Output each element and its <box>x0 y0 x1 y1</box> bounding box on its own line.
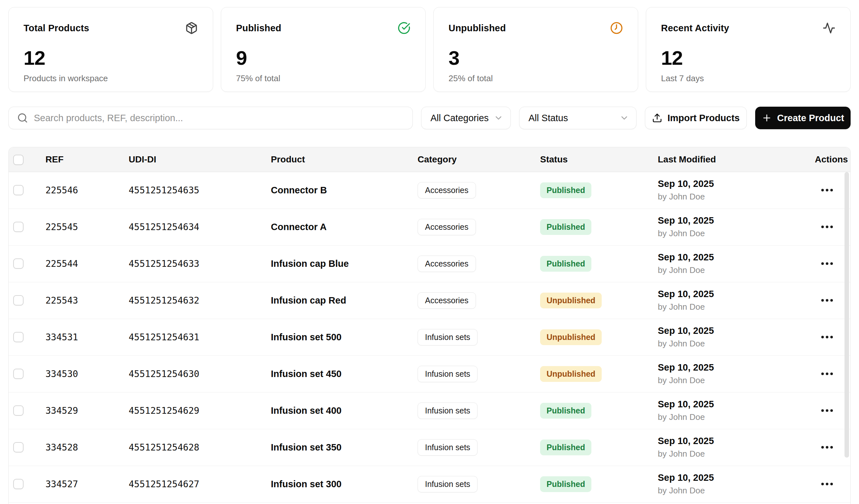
stat-card-recent-activity: Recent Activity 12 Last 7 days <box>646 7 850 92</box>
select-all-checkbox[interactable] <box>13 155 24 165</box>
row-checkbox[interactable] <box>13 442 24 453</box>
row-checkbox[interactable] <box>13 258 24 269</box>
stat-card-published: Published 9 75% of total <box>221 7 426 92</box>
category-filter-dropdown[interactable]: All Categories <box>421 107 511 129</box>
status-badge: Published <box>540 182 591 198</box>
table-row: 334527 4551251254627 Infusion set 300 In… <box>9 465 850 502</box>
category-chip: Infusion sets <box>418 476 478 492</box>
last-modified-date: Sep 10, 2025 <box>658 436 815 446</box>
ref-value: 225546 <box>45 185 78 196</box>
last-modified-date: Sep 10, 2025 <box>658 472 815 483</box>
column-header-udi-di: UDI-DI <box>129 147 271 172</box>
last-modified-by: by John Doe <box>658 192 815 202</box>
category-chip: Infusion sets <box>418 439 478 456</box>
ref-value: 334531 <box>45 332 78 342</box>
more-horizontal-icon[interactable] <box>820 333 834 341</box>
more-horizontal-icon[interactable] <box>820 296 834 305</box>
last-modified-date: Sep 10, 2025 <box>658 362 815 373</box>
product-name: Infusion cap Red <box>271 295 346 305</box>
udi-di-value: 4551251254634 <box>129 222 199 232</box>
check-circle-icon <box>397 21 410 34</box>
column-header-status: Status <box>540 147 658 172</box>
status-badge: Unpublished <box>540 329 602 345</box>
last-modified-by: by John Doe <box>658 228 815 239</box>
more-horizontal-icon[interactable] <box>820 259 834 268</box>
row-checkbox[interactable] <box>13 369 24 379</box>
status-badge: Published <box>540 440 591 455</box>
activity-icon <box>823 21 835 34</box>
row-checkbox[interactable] <box>13 295 24 305</box>
dashboard-page: Total Products 12 Products in workspace … <box>0 0 859 504</box>
table-row: 334528 4551251254628 Infusion set 350 In… <box>9 429 850 465</box>
product-name: Connector B <box>271 185 327 195</box>
last-modified-date: Sep 10, 2025 <box>658 399 815 410</box>
row-checkbox[interactable] <box>13 406 24 416</box>
udi-di-value: 4551251254631 <box>129 332 199 342</box>
search-icon <box>17 112 28 123</box>
status-badge: Unpublished <box>540 366 602 382</box>
ref-value: 225545 <box>45 222 78 232</box>
more-horizontal-icon[interactable] <box>820 479 834 489</box>
table-row: 225544 4551251254633 Infusion cap Blue A… <box>9 245 850 282</box>
plus-icon <box>762 113 772 123</box>
udi-di-value: 4551251254630 <box>129 369 199 379</box>
last-modified-by: by John Doe <box>658 339 815 349</box>
last-modified-date: Sep 10, 2025 <box>658 215 815 226</box>
ref-value: 225543 <box>45 295 78 306</box>
chevron-down-icon <box>494 113 503 123</box>
create-product-button[interactable]: Create Product <box>755 107 850 129</box>
table-row: 334529 4551251254629 Infusion set 400 In… <box>9 392 850 429</box>
card-value: 3 <box>449 48 623 68</box>
column-header-ref: REF <box>45 147 129 172</box>
last-modified-by: by John Doe <box>658 302 815 312</box>
table-header: REF UDI-DI Product Category Status Last … <box>9 147 850 172</box>
card-subtitle: Last 7 days <box>661 74 835 83</box>
last-modified-date: Sep 10, 2025 <box>658 252 815 263</box>
ref-value: 225544 <box>45 258 78 269</box>
status-badge: Published <box>540 219 591 235</box>
column-header-actions: Actions <box>815 147 850 172</box>
search-input[interactable] <box>34 113 404 123</box>
more-horizontal-icon[interactable] <box>820 222 834 231</box>
package-icon <box>185 21 198 34</box>
more-horizontal-icon[interactable] <box>820 186 834 195</box>
last-modified-by: by John Doe <box>658 449 815 459</box>
card-subtitle: 25% of total <box>449 74 623 83</box>
products-table: REF UDI-DI Product Category Status Last … <box>9 147 850 504</box>
udi-di-value: 4551251254628 <box>129 442 199 453</box>
category-chip: Accessories <box>418 182 476 199</box>
table-row: 334531 4551251254631 Infusion set 500 In… <box>9 319 850 355</box>
category-chip: Accessories <box>418 219 476 235</box>
status-badge: Published <box>540 256 591 272</box>
more-horizontal-icon[interactable] <box>820 369 834 378</box>
card-value: 12 <box>661 48 835 68</box>
ref-value: 334528 <box>45 442 78 453</box>
row-checkbox[interactable] <box>13 332 24 342</box>
column-header-category: Category <box>418 147 540 172</box>
product-name: Infusion cap Blue <box>271 258 349 269</box>
import-products-button[interactable]: Import Products <box>645 107 747 129</box>
udi-di-value: 4551251254635 <box>129 185 199 196</box>
last-modified-by: by John Doe <box>658 486 815 495</box>
more-horizontal-icon[interactable] <box>820 443 834 452</box>
card-title: Unpublished <box>449 23 506 33</box>
more-horizontal-icon[interactable] <box>820 406 834 415</box>
search-box <box>9 107 413 129</box>
row-checkbox[interactable] <box>13 479 24 489</box>
status-filter-dropdown[interactable]: All Status <box>519 107 636 129</box>
table-row: 225546 4551251254635 Connector B Accesso… <box>9 172 850 209</box>
product-name: Infusion set 500 <box>271 332 342 342</box>
status-badge: Published <box>540 476 591 492</box>
product-name: Infusion set 450 <box>271 369 342 379</box>
row-checkbox[interactable] <box>13 222 24 232</box>
product-name: Infusion set 400 <box>271 406 342 416</box>
create-product-label: Create Product <box>777 113 844 123</box>
table-row: 225545 4551251254634 Connector A Accesso… <box>9 209 850 245</box>
card-value: 9 <box>236 48 410 68</box>
udi-di-value: 4551251254627 <box>129 479 199 489</box>
last-modified-by: by John Doe <box>658 376 815 385</box>
udi-di-value: 4551251254633 <box>129 258 199 269</box>
row-checkbox[interactable] <box>13 185 24 195</box>
table-scrollbar-thumb[interactable] <box>844 172 849 458</box>
category-chip: Infusion sets <box>418 329 478 346</box>
